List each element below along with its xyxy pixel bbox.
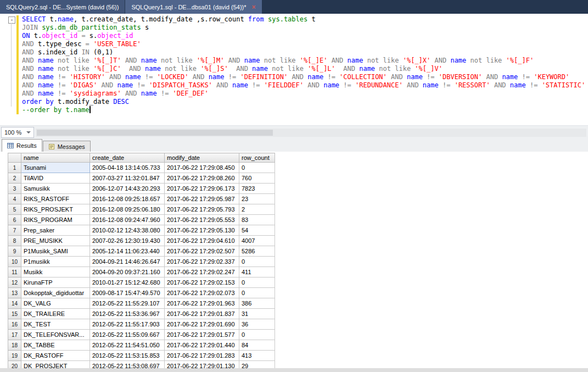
results-horizontal-scrollbar[interactable] [0, 368, 588, 372]
scrollbar-thumb[interactable] [37, 130, 273, 136]
grid-cell[interactable]: 2017-06-22 17:29:01.577 [165, 330, 239, 340]
grid-cell[interactable]: P1Musikk_SAMI [21, 246, 90, 257]
grid-cell[interactable]: Prep_saker [21, 225, 90, 236]
sql-code[interactable]: SELECT t.name, t.create_date, t.modify_d… [22, 15, 585, 114]
code-line[interactable]: order by t.modify_date DESC [22, 98, 585, 106]
code-line[interactable]: SELECT t.name, t.create_date, t.modify_d… [22, 15, 585, 24]
grid-cell[interactable]: 0 [239, 163, 275, 173]
grid-cell[interactable]: 31 [239, 309, 275, 319]
zoom-select[interactable]: 100 % [1, 127, 34, 138]
grid-cell[interactable]: 2005-12-14 11:06:23.440 [90, 246, 165, 257]
grid-cell[interactable]: 2017-06-22 17:29:02.247 [165, 267, 239, 277]
grid-cell[interactable]: 2017-06-22 17:29:01.837 [165, 309, 239, 319]
grid-cell[interactable]: TilAVID [21, 173, 90, 184]
row-header[interactable]: 16 [8, 319, 21, 330]
grid-cell[interactable]: 84 [239, 340, 275, 351]
row-header[interactable]: 9 [8, 246, 21, 257]
grid-cell[interactable]: 54 [239, 225, 275, 236]
close-icon[interactable]: × [252, 4, 256, 10]
code-line[interactable]: ON t.object_id = s.object_id [22, 32, 585, 40]
grid-cell[interactable]: 2017-06-22 17:29:01.690 [165, 319, 239, 330]
grid-corner-cell[interactable] [8, 153, 21, 163]
grid-cell[interactable]: 386 [239, 298, 275, 309]
grid-cell[interactable]: 2016-12-08 09:25:18.657 [90, 194, 165, 204]
grid-cell[interactable]: 2004-09-21 14:46:26.647 [90, 257, 165, 267]
grid-cell[interactable]: DK_TRAILERE [21, 309, 90, 319]
grid-cell[interactable]: 2017-06-22 17:29:05.553 [165, 215, 239, 225]
row-header[interactable]: 7 [8, 225, 21, 236]
grid-cell[interactable]: 83 [239, 215, 275, 225]
grid-cell[interactable]: 2 [239, 204, 275, 215]
code-line[interactable]: AND name not like '%[_]C' AND name not l… [22, 65, 585, 73]
column-header-row_count[interactable]: row_count [239, 153, 275, 163]
grid-cell[interactable]: 2012-05-22 11:53:36.967 [90, 309, 165, 319]
tab-sqlquery1[interactable]: SQLQuery1.sql - DE...dbsa01 (david (54))… [125, 0, 261, 14]
grid-cell[interactable]: 2012-05-22 11:54:51.050 [90, 340, 165, 351]
row-header[interactable]: 8 [8, 236, 21, 246]
row-header[interactable]: 11 [8, 267, 21, 277]
code-line[interactable]: JOIN sys.dm_db_partition_stats s [22, 24, 585, 32]
code-line[interactable]: --order by t.name [22, 106, 585, 114]
grid-cell[interactable]: 2007-03-27 11:32:01.847 [90, 173, 165, 184]
code-line[interactable]: AND t.type_desc = 'USER_TABLE' [22, 40, 585, 48]
grid-cell[interactable]: Musikk [21, 267, 90, 277]
row-header[interactable]: 10 [8, 257, 21, 267]
grid-cell[interactable]: DK_VALG [21, 298, 90, 309]
grid-cell[interactable]: 2007-02-26 12:30:19.430 [90, 236, 165, 246]
grid-cell[interactable]: 2012-05-22 11:53:15.853 [90, 351, 165, 361]
editor-horizontal-scrollbar[interactable] [36, 129, 586, 137]
grid-cell[interactable]: 23 [239, 194, 275, 204]
grid-cell[interactable]: KirunaFTP [21, 277, 90, 288]
grid-cell[interactable]: 760 [239, 173, 275, 184]
grid-cell[interactable]: 2017-06-22 17:29:05.987 [165, 194, 239, 204]
grid-cell[interactable]: 413 [239, 351, 275, 361]
grid-cell[interactable]: 2017-06-22 17:29:06.173 [165, 184, 239, 194]
grid-cell[interactable]: 2017-06-22 17:29:01.440 [165, 340, 239, 351]
grid-cell[interactable]: 2016-12-08 09:24:47.960 [90, 215, 165, 225]
grid-cell[interactable]: 2012-05-22 11:55:09.667 [90, 330, 165, 340]
grid-cell[interactable]: 2017-06-22 17:29:02.507 [165, 246, 239, 257]
grid-cell[interactable]: 2012-05-22 11:55:17.903 [90, 319, 165, 330]
row-header[interactable]: 5 [8, 204, 21, 215]
grid-cell[interactable]: 36 [239, 319, 275, 330]
grid-cell[interactable]: 0 [239, 277, 275, 288]
tab-messages[interactable]: Messages [43, 141, 91, 152]
grid-cell[interactable]: 2017-06-22 17:29:08.260 [165, 173, 239, 184]
grid-cell[interactable]: 2017-06-22 17:29:02.073 [165, 288, 239, 298]
grid-cell[interactable]: 2017-06-22 17:29:05.130 [165, 225, 239, 236]
row-header[interactable]: 14 [8, 298, 21, 309]
row-header[interactable]: 2 [8, 173, 21, 184]
code-line[interactable]: AND name != 'sysdiagrams' AND name != 'D… [22, 90, 585, 98]
column-header-modify_date[interactable]: modify_date [165, 153, 239, 163]
grid-cell[interactable]: 2017-06-22 17:29:08.450 [165, 163, 239, 173]
grid-cell[interactable]: 2009-08-17 15:47:49.570 [90, 288, 165, 298]
code-line[interactable]: AND s.index_id IN (0,1) [22, 48, 585, 57]
grid-cell[interactable]: DK_RASTOFF [21, 351, 90, 361]
grid-cell[interactable]: 2017-06-22 17:29:05.793 [165, 204, 239, 215]
grid-cell[interactable]: 2017-06-22 17:29:02.153 [165, 277, 239, 288]
grid-cell[interactable]: 2006-12-07 14:43:20.293 [90, 184, 165, 194]
column-header-create_date[interactable]: create_date [90, 153, 165, 163]
grid-cell[interactable]: 2010-01-27 15:12:42.680 [90, 277, 165, 288]
row-header[interactable]: 17 [8, 330, 21, 340]
code-line[interactable]: AND name not like '%[_]T' AND name not l… [22, 57, 585, 65]
grid-cell[interactable]: DK_TEST [21, 319, 90, 330]
grid-cell[interactable]: 0 [239, 330, 275, 340]
grid-cell[interactable]: RIKS_PROGRAM [21, 215, 90, 225]
code-line[interactable]: AND name != 'HISTORY' AND name != 'LOCKE… [22, 73, 585, 81]
code-line[interactable]: AND name != 'DIGAS' AND name != 'DISPATC… [22, 81, 585, 90]
grid-cell[interactable]: 4007 [239, 236, 275, 246]
row-header[interactable]: 13 [8, 288, 21, 298]
grid-cell[interactable]: Tsunami [21, 163, 90, 173]
grid-cell[interactable]: DK_TELEFONSVAR... [21, 330, 90, 340]
grid-cell[interactable]: 2012-05-22 11:55:29.107 [90, 298, 165, 309]
grid-cell[interactable]: DK_TABBE [21, 340, 90, 351]
grid-cell[interactable]: 411 [239, 267, 275, 277]
grid-cell[interactable]: Samusikk [21, 184, 90, 194]
grid-cell[interactable]: RIKS_PROSJEKT [21, 204, 90, 215]
grid-cell[interactable]: P1musikk [21, 257, 90, 267]
grid-cell[interactable]: 2017-06-22 17:29:01.963 [165, 298, 239, 309]
grid-cell[interactable]: 0 [239, 288, 275, 298]
row-header[interactable]: 18 [8, 340, 21, 351]
grid-cell[interactable]: 2017-06-22 17:29:04.610 [165, 236, 239, 246]
